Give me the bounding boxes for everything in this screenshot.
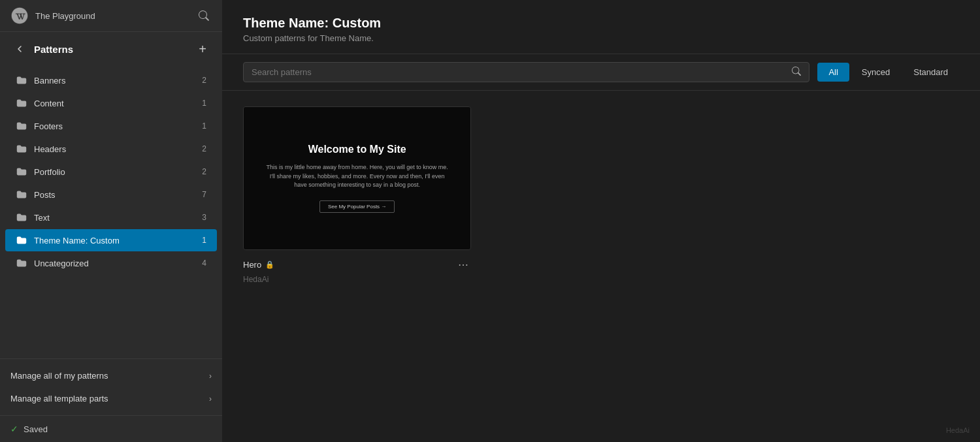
sidebar-count-footers: 1 bbox=[202, 121, 206, 131]
chevron-right-icon-2: › bbox=[209, 394, 212, 403]
lock-icon: 🔒 bbox=[265, 260, 274, 269]
pattern-name-hero: Hero 🔒 bbox=[243, 260, 451, 270]
patterns-title: Patterns bbox=[34, 44, 188, 55]
manage-template-parts-link[interactable]: Manage all template parts › bbox=[0, 387, 222, 410]
sidebar-label-uncategorized: Uncategorized bbox=[34, 259, 195, 268]
pattern-author-hero: HedaAi bbox=[243, 275, 471, 287]
manage-patterns-label: Manage all of my patterns bbox=[10, 371, 204, 381]
main-header: Theme Name: Custom Custom patterns for T… bbox=[222, 0, 980, 54]
sidebar-count-headers: 2 bbox=[202, 144, 206, 153]
sidebar-header: The Playground bbox=[0, 0, 222, 32]
tab-all[interactable]: All bbox=[817, 63, 849, 82]
sidebar-footer: Manage all of my patterns › Manage all t… bbox=[0, 358, 222, 415]
main-content: Theme Name: Custom Custom patterns for T… bbox=[222, 0, 980, 442]
add-pattern-button[interactable]: + bbox=[193, 40, 212, 58]
sidebar: The Playground Patterns + Banners 2 Cont… bbox=[0, 0, 222, 442]
sidebar-label-theme-name-custom: Theme Name: Custom bbox=[34, 236, 195, 245]
toolbar: All Synced Standard bbox=[222, 54, 980, 91]
chevron-right-icon: › bbox=[209, 371, 212, 381]
saved-bar: ✓ Saved bbox=[0, 415, 222, 442]
patterns-grid: Welcome to My Site This is my little hom… bbox=[222, 91, 980, 442]
page-subtitle: Custom patterns for Theme Name. bbox=[243, 33, 959, 43]
preview-cta-button: See My Popular Posts → bbox=[319, 200, 395, 213]
saved-label: Saved bbox=[24, 424, 48, 434]
sidebar-item-footers[interactable]: Footers 1 bbox=[5, 115, 217, 137]
pattern-info-hero: Hero 🔒 ⋯ bbox=[243, 250, 471, 275]
sidebar-count-posts: 7 bbox=[202, 190, 206, 199]
search-input[interactable] bbox=[252, 67, 787, 77]
check-icon: ✓ bbox=[10, 424, 18, 434]
pattern-card-hero[interactable]: Welcome to My Site This is my little hom… bbox=[243, 106, 471, 287]
sidebar-label-footers: Footers bbox=[34, 121, 195, 131]
pattern-name-label: Hero bbox=[243, 260, 261, 270]
sidebar-nav: Banners 2 Content 1 Footers 1 Headers 2 … bbox=[0, 66, 222, 358]
sidebar-label-headers: Headers bbox=[34, 144, 195, 154]
sidebar-item-text[interactable]: Text 3 bbox=[5, 206, 217, 229]
search-icon[interactable] bbox=[196, 8, 212, 24]
sidebar-count-portfolio: 2 bbox=[202, 167, 206, 176]
back-button[interactable] bbox=[10, 40, 29, 58]
sidebar-count-uncategorized: 4 bbox=[202, 259, 206, 268]
page-title: Theme Name: Custom bbox=[243, 16, 959, 31]
sidebar-item-headers[interactable]: Headers 2 bbox=[5, 138, 217, 160]
manage-patterns-link[interactable]: Manage all of my patterns › bbox=[0, 364, 222, 387]
sidebar-count-content: 1 bbox=[202, 99, 206, 108]
sidebar-item-uncategorized[interactable]: Uncategorized 4 bbox=[5, 252, 217, 274]
sidebar-count-banners: 2 bbox=[202, 76, 206, 85]
search-icon-bar bbox=[792, 67, 801, 78]
filter-tabs: All Synced Standard bbox=[817, 63, 959, 82]
pattern-preview-inner: Welcome to My Site This is my little hom… bbox=[244, 107, 470, 249]
preview-text: This is my little home away from home. H… bbox=[266, 163, 449, 190]
pattern-preview-hero: Welcome to My Site This is my little hom… bbox=[243, 106, 471, 250]
sidebar-label-posts: Posts bbox=[34, 190, 195, 200]
sidebar-count-theme-name-custom: 1 bbox=[202, 236, 206, 245]
manage-parts-label: Manage all template parts bbox=[10, 394, 204, 403]
wp-logo bbox=[10, 7, 29, 25]
tab-standard[interactable]: Standard bbox=[902, 63, 959, 82]
sidebar-label-banners: Banners bbox=[34, 76, 195, 86]
pattern-menu-button[interactable]: ⋯ bbox=[455, 257, 471, 272]
sidebar-item-content[interactable]: Content 1 bbox=[5, 92, 217, 114]
tab-synced[interactable]: Synced bbox=[851, 63, 901, 82]
patterns-header: Patterns + bbox=[0, 32, 222, 66]
sidebar-item-theme-name-custom[interactable]: Theme Name: Custom 1 bbox=[5, 229, 217, 251]
preview-title: Welcome to My Site bbox=[308, 144, 406, 155]
watermark: HedaAi bbox=[946, 426, 970, 434]
sidebar-item-portfolio[interactable]: Portfolio 2 bbox=[5, 161, 217, 183]
sidebar-item-banners[interactable]: Banners 2 bbox=[5, 69, 217, 91]
sidebar-label-content: Content bbox=[34, 99, 195, 108]
sidebar-label-portfolio: Portfolio bbox=[34, 167, 195, 177]
sidebar-item-posts[interactable]: Posts 7 bbox=[5, 183, 217, 206]
site-name: The Playground bbox=[35, 11, 189, 21]
sidebar-count-text: 3 bbox=[202, 213, 206, 222]
sidebar-label-text: Text bbox=[34, 213, 195, 223]
search-bar[interactable] bbox=[243, 62, 809, 82]
